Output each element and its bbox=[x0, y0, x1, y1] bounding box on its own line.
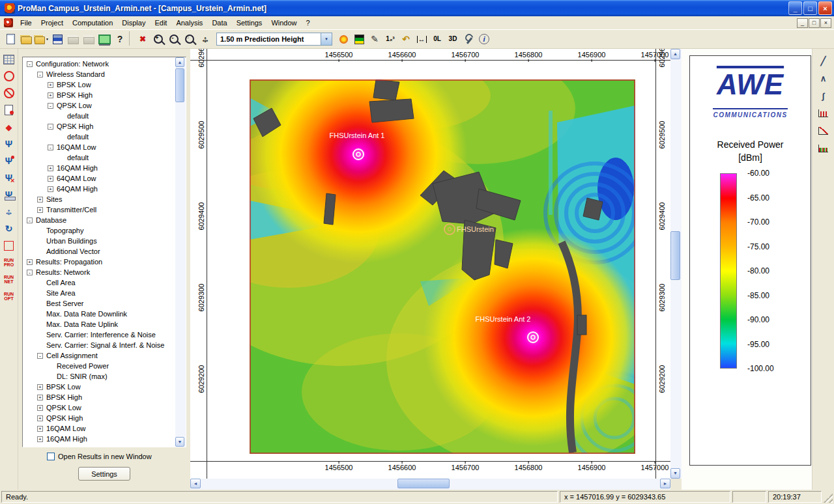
zoom-window-icon[interactable]: □ bbox=[182, 31, 197, 47]
open-recent-icon[interactable] bbox=[34, 31, 50, 47]
menu-item[interactable]: Display bbox=[117, 17, 150, 29]
tree-item-label[interactable]: BPSK High bbox=[46, 393, 82, 401]
menu-item[interactable]: Data bbox=[207, 17, 231, 29]
pan-icon[interactable]: ↔ bbox=[197, 31, 213, 47]
checkbox-icon[interactable] bbox=[47, 453, 55, 460]
run-optimization-button[interactable]: RUN OPT bbox=[1, 288, 17, 304]
chevron-down-icon[interactable]: ▼ bbox=[321, 33, 332, 45]
tree-item[interactable]: default bbox=[23, 111, 175, 121]
profile-cut-icon[interactable]: ╱ bbox=[815, 53, 832, 68]
tree-item[interactable]: - QPSK Low bbox=[23, 100, 175, 111]
tree-expand-box[interactable]: - bbox=[37, 353, 43, 359]
tree-item-label[interactable]: Site Area bbox=[46, 289, 76, 297]
tree-item[interactable]: + 16QAM High bbox=[23, 434, 175, 444]
tree-item-label[interactable]: Results: Propagation bbox=[36, 258, 102, 266]
scroll-left-button[interactable] bbox=[190, 479, 201, 488]
menu-item[interactable]: File bbox=[16, 17, 36, 29]
tree-item[interactable]: + 64QAM Low bbox=[23, 173, 175, 184]
tree-expand-box[interactable]: - bbox=[48, 124, 53, 130]
tree-item[interactable]: Cell Area bbox=[23, 277, 175, 288]
help-icon[interactable]: ? bbox=[112, 31, 128, 47]
tree-scrollbar[interactable] bbox=[175, 57, 186, 447]
tree-item-label[interactable]: Transmitter/Cell bbox=[46, 206, 96, 214]
scroll-down-button[interactable] bbox=[670, 468, 680, 479]
tree-item-label[interactable]: Max. Data Rate Uplink bbox=[46, 320, 118, 328]
tree-expand-box[interactable]: - bbox=[27, 270, 33, 275]
move-icon[interactable]: ↔ bbox=[1, 204, 17, 219]
0l-view-button[interactable]: 0L bbox=[429, 31, 445, 47]
tree-item[interactable]: + 64QAM High bbox=[23, 184, 175, 194]
scroll-thumb[interactable] bbox=[397, 479, 450, 488]
tree-expand-box[interactable]: + bbox=[48, 165, 53, 171]
tree-item-label[interactable]: Additional Vector bbox=[46, 247, 100, 255]
new-document-icon[interactable] bbox=[3, 31, 18, 47]
tree-item[interactable]: Best Server bbox=[23, 298, 175, 309]
mdi-button[interactable]: × bbox=[820, 18, 831, 28]
tree-item[interactable]: + Sites bbox=[23, 194, 175, 204]
print-preview-icon[interactable] bbox=[81, 31, 96, 47]
tree-expand-box[interactable]: + bbox=[37, 207, 43, 213]
delete-site-icon[interactable] bbox=[1, 85, 17, 101]
tree-item[interactable]: Max. Data Rate Uplink bbox=[23, 319, 175, 329]
tree-expand-box[interactable]: - bbox=[37, 72, 43, 77]
tree-item[interactable]: + 16QAM High bbox=[23, 163, 175, 173]
tree-item-label[interactable]: Wireless Standard bbox=[46, 70, 105, 78]
tree-item-label[interactable]: DL: SNIR (max) bbox=[57, 372, 108, 380]
tree-item-label[interactable]: 16QAM Low bbox=[46, 425, 86, 432]
map-horizontal-scrollbar[interactable] bbox=[190, 479, 670, 490]
open-project-icon[interactable] bbox=[18, 31, 34, 47]
transmitter-icon[interactable]: Ψ bbox=[1, 153, 17, 169]
tree-expand-box[interactable]: + bbox=[27, 259, 33, 265]
tree-expand-box[interactable]: + bbox=[37, 426, 43, 432]
scroll-up-button[interactable] bbox=[670, 49, 680, 59]
save-icon[interactable] bbox=[50, 31, 65, 47]
tree-item[interactable]: Additional Vector bbox=[23, 246, 175, 257]
coverage-map[interactable]: FHSUrstein Ant 1 FHSUrstein FHSUrstein A… bbox=[250, 79, 635, 454]
line-chart-icon[interactable] bbox=[815, 123, 832, 139]
tree-item-label[interactable]: Sites bbox=[46, 195, 62, 203]
tree-item[interactable]: Site Area bbox=[23, 288, 175, 298]
zoom-out-icon[interactable]: - bbox=[166, 31, 182, 47]
tree-item-label[interactable]: 64QAM Low bbox=[57, 175, 96, 182]
resize-grip[interactable] bbox=[824, 494, 833, 503]
diamond-marker-icon[interactable]: ◆ bbox=[1, 119, 17, 135]
tree-expand-box[interactable]: + bbox=[37, 436, 43, 442]
tree-expand-box[interactable]: + bbox=[37, 384, 43, 390]
tools-icon[interactable] bbox=[461, 31, 476, 47]
menu-item[interactable]: Project bbox=[36, 17, 68, 29]
tree-item-label[interactable]: Cell Assignment bbox=[46, 352, 98, 359]
tree-item[interactable]: default bbox=[23, 152, 175, 163]
tree-item[interactable]: Serv. Carrier: Interference & Noise bbox=[23, 329, 175, 340]
tree-item-label[interactable]: QPSK High bbox=[57, 122, 93, 130]
tree-item-label[interactable]: Serv. Carrier: Signal & Interf. & Noise bbox=[46, 341, 164, 349]
3d-view-button[interactable]: 3D bbox=[445, 31, 461, 47]
tree-item[interactable]: Topography bbox=[23, 225, 175, 236]
menu-item[interactable]: ? bbox=[302, 17, 315, 29]
menu-item[interactable]: Analysis bbox=[171, 17, 207, 29]
tree-item-label[interactable]: 64QAM High bbox=[57, 185, 98, 193]
tree-item[interactable]: - Configuration: Network bbox=[23, 59, 175, 69]
polyline-analysis-icon[interactable]: ∧ bbox=[815, 70, 832, 86]
point-values-icon[interactable]: 1₂³ bbox=[382, 31, 398, 47]
tree-expand-box[interactable]: + bbox=[37, 395, 43, 400]
tree-item-label[interactable]: default bbox=[67, 133, 89, 141]
scroll-right-button[interactable] bbox=[660, 479, 670, 488]
open-results-checkbox[interactable]: Open Results in new Window bbox=[47, 453, 152, 460]
tree-item-label[interactable]: 16QAM High bbox=[57, 164, 98, 172]
tree-item-label[interactable]: Configuration: Network bbox=[36, 60, 109, 68]
info-icon[interactable]: i bbox=[476, 31, 492, 47]
tree-item[interactable]: + BPSK Low bbox=[23, 382, 175, 392]
tree-item-label[interactable]: default bbox=[67, 112, 89, 120]
prediction-height-select[interactable]: 1.50 m Prediction Height ▼ bbox=[216, 33, 332, 46]
refresh-icon[interactable]: ↻ bbox=[1, 221, 17, 236]
edit-antenna-icon[interactable]: Ψ bbox=[1, 187, 17, 203]
tree-expand-box[interactable]: + bbox=[48, 92, 53, 98]
tree-item[interactable]: - QPSK High bbox=[23, 121, 175, 132]
tree-item-label[interactable]: Topography bbox=[46, 227, 84, 234]
tree-expand-box[interactable]: - bbox=[27, 217, 33, 223]
tree-item[interactable]: default bbox=[23, 132, 175, 142]
menu-item[interactable]: Settings bbox=[232, 17, 267, 29]
display-options-icon[interactable] bbox=[96, 31, 112, 47]
menu-item[interactable]: Computation bbox=[68, 17, 117, 29]
settings-button[interactable]: Settings bbox=[78, 467, 130, 481]
